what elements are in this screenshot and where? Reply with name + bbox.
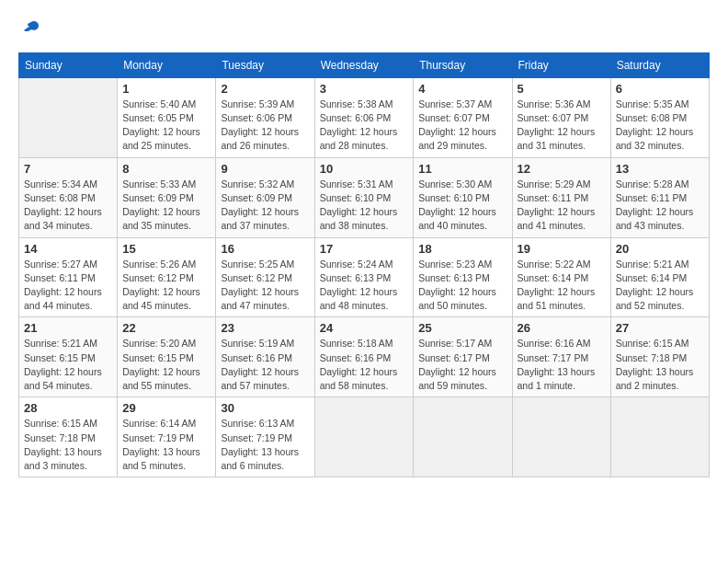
day-info: Sunrise: 6:14 AM Sunset: 7:19 PM Dayligh… [122, 417, 210, 473]
calendar-day-cell: 22Sunrise: 5:20 AM Sunset: 6:15 PM Dayli… [118, 317, 216, 397]
day-number: 21 [24, 321, 112, 335]
calendar-day-cell: 5Sunrise: 5:36 AM Sunset: 6:07 PM Daylig… [512, 77, 610, 157]
day-number: 15 [122, 242, 210, 256]
column-header-wednesday: Wednesday [314, 52, 414, 77]
day-info: Sunrise: 5:24 AM Sunset: 6:13 PM Dayligh… [320, 258, 409, 314]
day-number: 10 [320, 162, 409, 176]
column-header-friday: Friday [512, 52, 610, 77]
day-number: 3 [320, 82, 409, 96]
day-info: Sunrise: 5:35 AM Sunset: 6:08 PM Dayligh… [616, 98, 704, 154]
day-number: 22 [122, 321, 210, 335]
calendar-week-row: 14Sunrise: 5:27 AM Sunset: 6:11 PM Dayli… [19, 237, 710, 317]
calendar-day-cell [414, 397, 512, 477]
calendar-day-cell: 20Sunrise: 5:21 AM Sunset: 6:14 PM Dayli… [610, 237, 709, 317]
day-info: Sunrise: 5:21 AM Sunset: 6:15 PM Dayligh… [24, 337, 112, 393]
calendar-day-cell: 1Sunrise: 5:40 AM Sunset: 6:05 PM Daylig… [118, 77, 216, 157]
calendar-day-cell: 17Sunrise: 5:24 AM Sunset: 6:13 PM Dayli… [314, 237, 414, 317]
day-info: Sunrise: 5:34 AM Sunset: 6:08 PM Dayligh… [24, 178, 112, 234]
day-number: 17 [320, 242, 409, 256]
day-number: 19 [518, 242, 606, 256]
day-number: 2 [221, 82, 309, 96]
day-info: Sunrise: 5:26 AM Sunset: 6:12 PM Dayligh… [122, 258, 210, 314]
day-info: Sunrise: 5:31 AM Sunset: 6:10 PM Dayligh… [320, 178, 409, 234]
day-info: Sunrise: 5:22 AM Sunset: 6:14 PM Dayligh… [518, 258, 606, 314]
calendar-day-cell: 21Sunrise: 5:21 AM Sunset: 6:15 PM Dayli… [19, 317, 118, 397]
calendar-table: SundayMondayTuesdayWednesdayThursdayFrid… [18, 52, 710, 477]
calendar-day-cell: 4Sunrise: 5:37 AM Sunset: 6:07 PM Daylig… [414, 77, 512, 157]
column-header-tuesday: Tuesday [216, 52, 314, 77]
calendar-day-cell: 11Sunrise: 5:30 AM Sunset: 6:10 PM Dayli… [414, 157, 512, 237]
calendar-day-cell: 25Sunrise: 5:17 AM Sunset: 6:17 PM Dayli… [414, 317, 512, 397]
day-info: Sunrise: 5:38 AM Sunset: 6:06 PM Dayligh… [320, 98, 409, 154]
day-info: Sunrise: 5:29 AM Sunset: 6:11 PM Dayligh… [518, 178, 606, 234]
calendar-day-cell: 8Sunrise: 5:33 AM Sunset: 6:09 PM Daylig… [118, 157, 216, 237]
calendar-day-cell: 26Sunrise: 6:16 AM Sunset: 7:17 PM Dayli… [512, 317, 610, 397]
day-info: Sunrise: 5:28 AM Sunset: 6:11 PM Dayligh… [616, 178, 704, 234]
calendar-day-cell: 3Sunrise: 5:38 AM Sunset: 6:06 PM Daylig… [314, 77, 414, 157]
day-number: 23 [221, 321, 309, 335]
calendar-day-cell: 15Sunrise: 5:26 AM Sunset: 6:12 PM Dayli… [118, 237, 216, 317]
day-number: 8 [122, 162, 210, 176]
calendar-day-cell [610, 397, 709, 477]
calendar-day-cell: 28Sunrise: 6:15 AM Sunset: 7:18 PM Dayli… [19, 397, 118, 477]
calendar-day-cell: 30Sunrise: 6:13 AM Sunset: 7:19 PM Dayli… [216, 397, 314, 477]
day-info: Sunrise: 5:20 AM Sunset: 6:15 PM Dayligh… [122, 337, 210, 393]
day-info: Sunrise: 5:19 AM Sunset: 6:16 PM Dayligh… [221, 337, 309, 393]
day-number: 11 [418, 162, 506, 176]
calendar-day-cell: 9Sunrise: 5:32 AM Sunset: 6:09 PM Daylig… [216, 157, 314, 237]
day-number: 18 [418, 242, 506, 256]
day-info: Sunrise: 5:23 AM Sunset: 6:13 PM Dayligh… [418, 258, 506, 314]
day-number: 20 [616, 242, 704, 256]
column-header-sunday: Sunday [19, 52, 118, 77]
day-info: Sunrise: 6:15 AM Sunset: 7:18 PM Dayligh… [24, 417, 112, 473]
calendar-day-cell: 10Sunrise: 5:31 AM Sunset: 6:10 PM Dayli… [314, 157, 414, 237]
day-number: 24 [320, 321, 409, 335]
day-info: Sunrise: 5:32 AM Sunset: 6:09 PM Dayligh… [221, 178, 309, 234]
day-info: Sunrise: 6:15 AM Sunset: 7:18 PM Dayligh… [616, 337, 704, 393]
day-info: Sunrise: 5:27 AM Sunset: 6:11 PM Dayligh… [24, 258, 112, 314]
calendar-day-cell [314, 397, 414, 477]
day-number: 25 [418, 321, 506, 335]
day-number: 5 [518, 82, 606, 96]
page-header [18, 18, 710, 43]
day-number: 26 [518, 321, 606, 335]
calendar-week-row: 1Sunrise: 5:40 AM Sunset: 6:05 PM Daylig… [19, 77, 710, 157]
day-number: 12 [518, 162, 606, 176]
day-info: Sunrise: 6:16 AM Sunset: 7:17 PM Dayligh… [518, 337, 606, 393]
day-number: 16 [221, 242, 309, 256]
day-info: Sunrise: 5:33 AM Sunset: 6:09 PM Dayligh… [122, 178, 210, 234]
calendar-day-cell: 19Sunrise: 5:22 AM Sunset: 6:14 PM Dayli… [512, 237, 610, 317]
column-header-saturday: Saturday [610, 52, 709, 77]
day-number: 27 [616, 321, 704, 335]
calendar-body: 1Sunrise: 5:40 AM Sunset: 6:05 PM Daylig… [19, 77, 710, 477]
column-header-monday: Monday [118, 52, 216, 77]
day-info: Sunrise: 5:17 AM Sunset: 6:17 PM Dayligh… [418, 337, 506, 393]
column-header-thursday: Thursday [414, 52, 512, 77]
calendar-week-row: 7Sunrise: 5:34 AM Sunset: 6:08 PM Daylig… [19, 157, 710, 237]
calendar-day-cell: 13Sunrise: 5:28 AM Sunset: 6:11 PM Dayli… [610, 157, 709, 237]
calendar-day-cell: 27Sunrise: 6:15 AM Sunset: 7:18 PM Dayli… [610, 317, 709, 397]
day-number: 9 [221, 162, 309, 176]
day-info: Sunrise: 5:21 AM Sunset: 6:14 PM Dayligh… [616, 258, 704, 314]
calendar-day-cell: 16Sunrise: 5:25 AM Sunset: 6:12 PM Dayli… [216, 237, 314, 317]
calendar-header-row: SundayMondayTuesdayWednesdayThursdayFrid… [19, 52, 710, 77]
day-number: 1 [122, 82, 210, 96]
day-number: 4 [418, 82, 506, 96]
calendar-day-cell: 18Sunrise: 5:23 AM Sunset: 6:13 PM Dayli… [414, 237, 512, 317]
calendar-day-cell: 23Sunrise: 5:19 AM Sunset: 6:16 PM Dayli… [216, 317, 314, 397]
day-info: Sunrise: 5:30 AM Sunset: 6:10 PM Dayligh… [418, 178, 506, 234]
day-info: Sunrise: 5:18 AM Sunset: 6:16 PM Dayligh… [320, 337, 409, 393]
calendar-day-cell: 6Sunrise: 5:35 AM Sunset: 6:08 PM Daylig… [610, 77, 709, 157]
day-number: 6 [616, 82, 704, 96]
calendar-day-cell [19, 77, 118, 157]
calendar-day-cell: 12Sunrise: 5:29 AM Sunset: 6:11 PM Dayli… [512, 157, 610, 237]
day-number: 13 [616, 162, 704, 176]
day-info: Sunrise: 5:40 AM Sunset: 6:05 PM Dayligh… [122, 98, 210, 154]
day-info: Sunrise: 5:25 AM Sunset: 6:12 PM Dayligh… [221, 258, 309, 314]
calendar-week-row: 21Sunrise: 5:21 AM Sunset: 6:15 PM Dayli… [19, 317, 710, 397]
calendar-day-cell: 14Sunrise: 5:27 AM Sunset: 6:11 PM Dayli… [19, 237, 118, 317]
day-number: 30 [221, 401, 309, 415]
logo-bird-icon [20, 18, 40, 39]
calendar-day-cell: 24Sunrise: 5:18 AM Sunset: 6:16 PM Dayli… [314, 317, 414, 397]
day-number: 14 [24, 242, 112, 256]
